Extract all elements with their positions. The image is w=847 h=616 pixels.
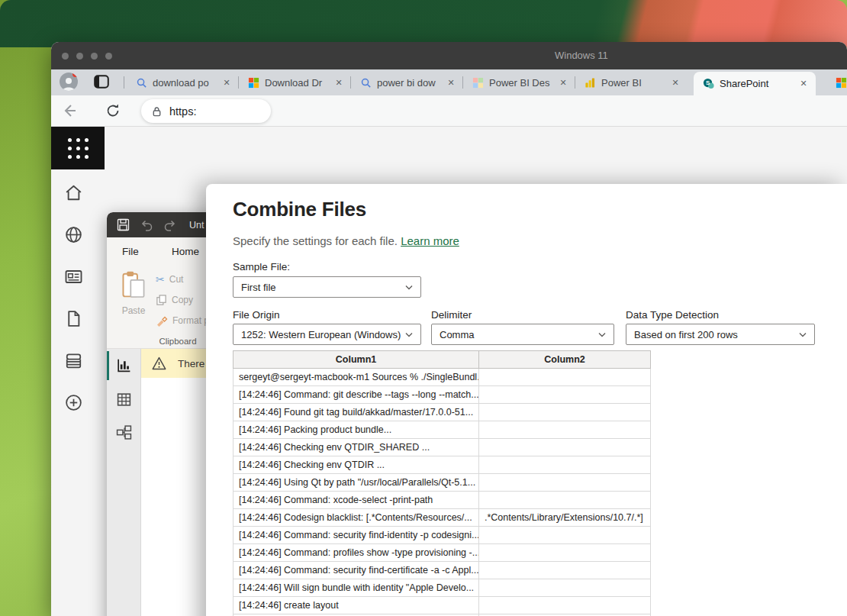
close-icon[interactable]: ✕ <box>221 76 233 89</box>
preview-table-container: Column1 Column2 sergeyt@sergeyt-macbook-… <box>233 350 652 616</box>
microsoft-logo-icon <box>836 77 847 89</box>
table-cell: [14:24:46] Command: profiles show -type … <box>233 544 479 562</box>
app-launcher-button[interactable] <box>51 127 105 169</box>
chevron-down-icon <box>799 332 807 337</box>
table-cell <box>479 579 651 597</box>
paste-label: Paste <box>116 305 151 316</box>
copy-button[interactable]: Copy <box>156 294 193 306</box>
close-icon[interactable]: ✕ <box>797 78 810 90</box>
cut-button[interactable]: ✂ Cut <box>156 273 183 285</box>
learn-more-link[interactable]: Learn more <box>401 234 459 247</box>
collections-icon[interactable] <box>64 351 83 370</box>
report-view-icon[interactable] <box>116 357 132 373</box>
tab-power-bi-dow[interactable]: power bi dow ✕ <box>351 69 463 95</box>
back-icon[interactable] <box>61 102 78 119</box>
traffic-light-icon[interactable] <box>105 53 112 60</box>
close-icon[interactable]: ✕ <box>333 76 345 89</box>
home-icon[interactable] <box>64 183 83 202</box>
waffle-icon <box>68 138 89 159</box>
table-cell: .*Contents/Library/Extensions/10.7/.*] <box>479 509 651 527</box>
url-text: https: <box>169 105 196 118</box>
profile-avatar[interactable] <box>60 73 78 91</box>
table-cell: sergeyt@sergeyt-macbook-m1 Sources % ./S… <box>233 369 479 386</box>
preview-table-body: sergeyt@sergeyt-macbook-m1 Sources % ./S… <box>233 369 651 616</box>
data-view-icon[interactable] <box>116 392 132 408</box>
document-icon[interactable] <box>64 309 83 328</box>
table-cell <box>479 369 651 386</box>
save-icon[interactable] <box>117 218 130 231</box>
tab-sharepoint[interactable]: S SharePoint ✕ <box>694 72 816 95</box>
table-row: [14:24:46] Checking env QTDIR_SHARED ... <box>233 439 651 456</box>
close-icon[interactable]: ✕ <box>669 76 681 89</box>
table-cell: [14:24:46] Command: xcode-select -print-… <box>233 492 479 509</box>
window-traffic-lights[interactable] <box>62 53 112 60</box>
search-icon <box>136 77 147 89</box>
tab-partial[interactable] <box>826 69 847 95</box>
sample-file-dropdown[interactable]: First file <box>233 276 421 298</box>
traffic-light-icon[interactable] <box>91 53 98 60</box>
table-cell: [14:24:46] Found git tag build/akkad/mas… <box>233 404 479 421</box>
table-cell <box>479 544 651 562</box>
tab-power-bi-des[interactable]: Power BI Des ✕ <box>463 69 575 95</box>
lock-icon <box>151 105 163 118</box>
table-cell: [14:24:46] Using Qt by path "/usr/local/… <box>233 474 479 492</box>
redo-icon[interactable] <box>163 219 177 231</box>
table-row: [14:24:46] Command: security find-certif… <box>233 562 651 579</box>
powerbi-icon <box>585 77 596 89</box>
clipboard-icon <box>121 270 146 299</box>
delimiter-dropdown[interactable]: Comma <box>431 324 614 345</box>
chevron-down-icon <box>405 285 413 290</box>
tab-download-po[interactable]: download po ✕ <box>127 69 239 95</box>
traffic-light-icon[interactable] <box>76 53 83 60</box>
sharepoint-sidebar <box>51 169 95 616</box>
macos-wallpaper <box>0 0 847 47</box>
tab-download-dr[interactable]: Download Dr ✕ <box>239 69 351 95</box>
selected-view-indicator <box>107 351 109 380</box>
table-row: [14:24:46] create layout <box>233 597 651 614</box>
ribbon-tab-home[interactable]: Home <box>172 246 199 257</box>
table-cell: [14:24:46] Command: security find-certif… <box>233 562 479 579</box>
column-header[interactable]: Column2 <box>479 351 651 369</box>
file-origin-label: File Origin <box>233 309 280 321</box>
refresh-icon[interactable] <box>105 102 121 119</box>
table-cell <box>479 404 651 421</box>
tab-search-icon[interactable] <box>94 75 109 90</box>
divider <box>124 76 124 89</box>
vm-window: Windows 11 download <box>51 42 847 616</box>
view-rail <box>107 349 141 616</box>
add-circle-icon[interactable] <box>64 393 83 412</box>
globe-icon[interactable] <box>64 225 83 244</box>
traffic-light-icon[interactable] <box>62 53 69 60</box>
data-type-detection-label: Data Type Detection <box>626 309 719 321</box>
data-type-detection-dropdown[interactable]: Based on first 200 rows <box>626 324 815 345</box>
table-cell: [14:24:46] Checking env QTDIR ... <box>233 456 479 474</box>
model-view-icon[interactable] <box>116 424 132 440</box>
table-cell <box>479 474 651 492</box>
browser-viewport: Unt File Home Paste ✂ Cut <box>51 127 847 616</box>
table-cell <box>479 562 651 579</box>
ribbon-tab-file[interactable]: File <box>122 246 139 257</box>
svg-text:S: S <box>706 79 710 86</box>
paste-button[interactable]: Paste <box>116 270 151 334</box>
news-icon[interactable] <box>64 267 83 286</box>
close-icon[interactable]: ✕ <box>557 76 569 89</box>
table-cell: [14:24:46] Will sign bundle with identit… <box>233 579 479 597</box>
column-header[interactable]: Column1 <box>233 351 479 369</box>
clipboard-group-label: Clipboard <box>143 337 212 346</box>
search-icon <box>360 77 372 89</box>
table-cell <box>479 597 651 614</box>
address-bar[interactable]: https: <box>141 99 271 123</box>
tab-power-bi[interactable]: Power BI ✕ <box>575 69 688 95</box>
table-row: [14:24:46] Command: xcode-select -print-… <box>233 492 651 509</box>
combine-files-dialog: Combine Files Specify the settings for e… <box>206 184 847 616</box>
format-painter-icon <box>156 314 168 327</box>
undo-icon[interactable] <box>140 219 153 231</box>
table-cell <box>479 456 651 474</box>
format-painter-button[interactable]: Format p <box>156 314 209 327</box>
tab-list: download po ✕ Download Dr ✕ power bi dow <box>127 69 847 95</box>
chevron-down-icon <box>598 332 606 337</box>
delimiter-label: Delimiter <box>431 309 472 321</box>
file-origin-dropdown[interactable]: 1252: Western European (Windows) <box>233 324 421 345</box>
table-row: [14:24:46] Command: profiles show -type … <box>233 544 651 562</box>
close-icon[interactable]: ✕ <box>445 76 457 89</box>
